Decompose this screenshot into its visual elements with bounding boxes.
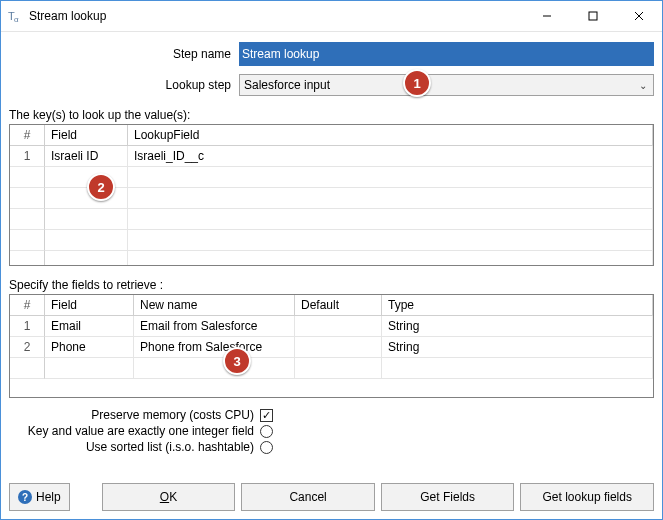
step-name-row: Step name Stream lookup — [9, 42, 654, 66]
col-field: Field — [45, 295, 134, 316]
keys-heading: The key(s) to look up the value(s): — [9, 108, 654, 122]
dialog-window: Tα Stream lookup Step name Stream lookup… — [0, 0, 663, 520]
cell-type[interactable]: String — [382, 316, 653, 337]
one-integer-label: Key and value are exactly one integer fi… — [9, 424, 260, 438]
minimize-button[interactable] — [524, 1, 570, 31]
sorted-list-label: Use sorted list (i.s.o. hashtable) — [9, 440, 260, 454]
cell-newname[interactable]: Email from Salesforce — [134, 316, 295, 337]
table-row[interactable]: 2 Phone Phone from Salesforce String — [10, 337, 653, 358]
callout-2: 2 — [87, 173, 115, 201]
svg-text:α: α — [14, 15, 19, 23]
cell-num: 1 — [10, 146, 45, 167]
dialog-content: Step name Stream lookup Lookup step Sale… — [1, 32, 662, 474]
step-name-value: Stream lookup — [240, 43, 653, 65]
cell-newname[interactable]: Phone from Salesforce — [134, 337, 295, 358]
cell-num: 2 — [10, 337, 45, 358]
check-icon: ✓ — [262, 410, 271, 421]
one-integer-radio[interactable] — [260, 425, 273, 438]
cell-num: 1 — [10, 316, 45, 337]
get-fields-button[interactable]: Get Fields — [381, 483, 515, 511]
cell-type[interactable]: String — [382, 337, 653, 358]
options-group: Preserve memory (costs CPU) ✓ Key and va… — [9, 406, 654, 456]
sorted-list-radio[interactable] — [260, 441, 273, 454]
callout-3: 3 — [223, 347, 251, 375]
callout-1: 1 — [403, 69, 431, 97]
table-row[interactable]: 1 Email Email from Salesforce String — [10, 316, 653, 337]
help-label: Help — [36, 490, 61, 504]
get-fields-label: Get Fields — [420, 490, 475, 504]
table-row[interactable]: 1 Israeli ID Israeli_ID__c — [10, 146, 653, 167]
cell-field[interactable]: Email — [45, 316, 134, 337]
lookup-step-combo[interactable]: Salesforce input ⌄ — [239, 74, 654, 96]
cancel-button[interactable]: Cancel — [241, 483, 375, 511]
window-title: Stream lookup — [29, 9, 106, 23]
app-icon: Tα — [7, 8, 23, 24]
sorted-list-row: Use sorted list (i.s.o. hashtable) — [9, 440, 654, 454]
col-lookupfield: LookupField — [128, 125, 653, 146]
svg-rect-3 — [589, 12, 597, 20]
cancel-label: Cancel — [289, 490, 326, 504]
preserve-memory-row: Preserve memory (costs CPU) ✓ — [9, 408, 654, 422]
col-num: # — [10, 125, 45, 146]
step-name-label: Step name — [9, 47, 239, 61]
cell-field[interactable]: Phone — [45, 337, 134, 358]
retrieve-heading: Specify the fields to retrieve : — [9, 278, 654, 292]
help-icon: ? — [18, 490, 32, 504]
lookup-step-row: Lookup step Salesforce input ⌄ — [9, 74, 654, 96]
col-num: # — [10, 295, 45, 316]
button-bar: ? Help OK Cancel Get Fields Get lookup f… — [1, 474, 662, 519]
titlebar: Tα Stream lookup — [1, 1, 662, 32]
cell-lookup[interactable]: Israeli_ID__c — [128, 146, 653, 167]
preserve-memory-label: Preserve memory (costs CPU) — [9, 408, 260, 422]
col-type: Type — [382, 295, 653, 316]
maximize-button[interactable] — [570, 1, 616, 31]
col-field: Field — [45, 125, 128, 146]
col-default: Default — [295, 295, 382, 316]
step-name-input[interactable]: Stream lookup — [239, 42, 654, 66]
chevron-down-icon: ⌄ — [639, 80, 647, 91]
preserve-memory-checkbox[interactable]: ✓ — [260, 409, 273, 422]
cell-field[interactable]: Israeli ID — [45, 146, 128, 167]
get-lookup-fields-button[interactable]: Get lookup fields — [520, 483, 654, 511]
col-newname: New name — [134, 295, 295, 316]
close-button[interactable] — [616, 1, 662, 31]
one-integer-row: Key and value are exactly one integer fi… — [9, 424, 654, 438]
retrieve-grid-header: # Field New name Default Type — [10, 295, 653, 316]
lookup-step-label: Lookup step — [9, 78, 239, 92]
keys-grid-header: # Field LookupField — [10, 125, 653, 146]
ok-button[interactable]: OK — [102, 483, 236, 511]
cell-default[interactable] — [295, 337, 382, 358]
retrieve-grid[interactable]: # Field New name Default Type 1 Email Em… — [9, 294, 654, 398]
cell-default[interactable] — [295, 316, 382, 337]
help-button[interactable]: ? Help — [9, 483, 70, 511]
get-lookup-fields-label: Get lookup fields — [543, 490, 632, 504]
ok-label: OK — [160, 490, 177, 504]
lookup-step-value: Salesforce input — [244, 78, 330, 92]
